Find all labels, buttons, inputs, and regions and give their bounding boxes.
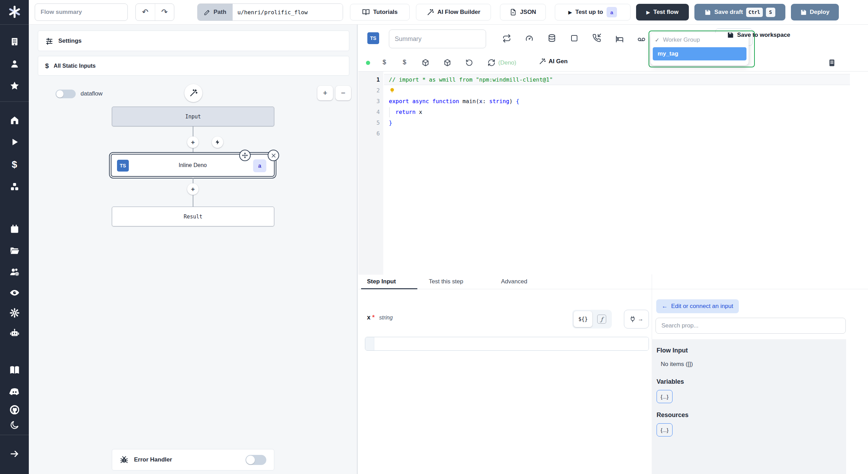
redo-button[interactable]: ↷ (155, 4, 174, 20)
connect-input-button[interactable]: → (624, 310, 649, 329)
insert-step-button[interactable]: + (187, 183, 199, 195)
assets-dollar-icon[interactable]: $ (383, 59, 386, 66)
wand-icon (189, 89, 198, 97)
test-flow-button[interactable]: ▶ Test flow (636, 4, 689, 20)
workspace-building-icon[interactable] (10, 37, 19, 47)
user-icon[interactable] (10, 59, 19, 69)
workers-robot-icon[interactable] (9, 328, 20, 338)
windmill-flow-editor: $ (0, 0, 868, 474)
package-icon[interactable] (422, 59, 429, 67)
retry-repeat-icon[interactable] (502, 34, 511, 43)
fx-icon: ƒ (597, 315, 606, 324)
check-icon: ✓ (655, 37, 659, 43)
dark-mode-moon-icon[interactable] (10, 420, 19, 430)
json-label: JSON (520, 9, 536, 16)
package-icon[interactable] (443, 59, 451, 67)
file-json-icon (510, 9, 517, 16)
field-name: x (367, 314, 370, 321)
resources-object-chip[interactable]: {...} (657, 423, 673, 436)
lightning-icon (215, 139, 220, 145)
flow-summary-input[interactable] (35, 3, 128, 21)
template-mode-button[interactable]: ${} (574, 311, 592, 327)
test-flow-label: Test flow (653, 9, 678, 16)
variables-dollar-icon[interactable]: $ (403, 59, 406, 66)
cache-database-icon[interactable] (548, 34, 556, 42)
edge-line (193, 126, 193, 136)
suspend-phone-incoming-icon[interactable] (592, 34, 601, 42)
path-input[interactable] (233, 4, 343, 20)
mock-square-icon[interactable] (570, 34, 578, 42)
discord-icon[interactable] (9, 386, 20, 397)
deploy-button[interactable]: Deploy (791, 4, 839, 20)
step-summary-input[interactable] (389, 30, 486, 48)
graph-ai-wand-button[interactable] (184, 84, 202, 102)
path-label: Path (214, 9, 226, 16)
sleep-bed-icon[interactable] (615, 34, 624, 43)
schedules-calendar-icon[interactable] (10, 224, 19, 234)
tutorials-label: Tutorials (373, 9, 398, 16)
field-x-input[interactable] (374, 337, 649, 350)
tab-test-this-step[interactable]: Test this step (429, 274, 463, 289)
folders-icon[interactable] (10, 246, 19, 256)
json-button[interactable]: JSON (500, 4, 546, 20)
code-line-5: } (389, 117, 392, 128)
history-rotate-ccw-icon[interactable] (465, 59, 473, 67)
favorites-star-icon[interactable] (9, 81, 20, 91)
code-editor[interactable]: 1 2 3 4 5 6 // import * as wmill from "n… (358, 71, 868, 274)
flow-node-result[interactable]: Result (112, 207, 274, 226)
test-up-to-button[interactable]: ▶ Test up to a (555, 4, 631, 20)
field-drag-handle[interactable] (365, 337, 374, 350)
library-icon[interactable] (828, 59, 836, 67)
sidebar-divider (0, 101, 29, 102)
error-handler-row[interactable]: Error Handler (112, 449, 274, 471)
ai-flow-builder-button[interactable]: AI Flow Builder (416, 4, 491, 20)
language-note: (Deno) (498, 59, 516, 66)
edit-or-connect-button[interactable]: ← Edit or connect an input (656, 299, 739, 313)
trigger-bolt-button[interactable] (212, 136, 223, 148)
early-stop-gauge-icon[interactable] (525, 34, 534, 43)
runs-play-icon[interactable] (10, 138, 19, 147)
zoom-out-button[interactable]: − (335, 86, 351, 100)
worker-tag-option-selected[interactable]: my_tag (653, 47, 746, 60)
groups-users-gear-icon[interactable] (9, 267, 20, 277)
bug-icon (120, 456, 128, 464)
indent-guide (389, 107, 390, 117)
zoom-in-button[interactable]: + (317, 86, 333, 100)
flow-settings-row[interactable]: Settings (38, 31, 349, 51)
undo-button[interactable]: ↶ (136, 4, 155, 20)
variables-dollar-icon[interactable]: $ (12, 159, 17, 170)
expand-sidebar-arrow-icon[interactable] (9, 449, 20, 459)
tab-advanced[interactable]: Advanced (501, 274, 527, 289)
move-step-button[interactable] (239, 150, 251, 161)
windmill-logo-icon[interactable] (8, 5, 22, 19)
path-edit-button[interactable]: Path (198, 4, 233, 20)
home-icon[interactable] (10, 115, 19, 125)
edge-line (193, 195, 193, 207)
tutorials-button[interactable]: Tutorials (350, 4, 410, 20)
search-prop-input[interactable] (656, 318, 846, 334)
reload-language-button[interactable]: (Deno) (487, 59, 516, 67)
settings-gear-icon[interactable] (9, 308, 20, 318)
line-number: 4 (358, 107, 380, 117)
save-to-workspace-button[interactable]: Save to workspace (727, 32, 790, 39)
ai-gen-button[interactable]: AI Gen (539, 58, 568, 65)
dataflow-toggle[interactable] (56, 90, 76, 98)
docs-book-icon[interactable] (9, 365, 20, 376)
variables-object-chip[interactable]: {...} (657, 390, 673, 403)
sliders-icon (45, 37, 53, 45)
github-icon[interactable] (9, 404, 20, 415)
lightbulb-icon[interactable] (389, 87, 395, 94)
resources-title: Resources (657, 411, 688, 419)
flow-node-input[interactable]: Input (112, 107, 274, 126)
error-handler-toggle[interactable] (245, 455, 266, 465)
javascript-mode-button[interactable]: ƒ (593, 311, 610, 327)
worker-tag-voicemail-icon[interactable] (637, 35, 646, 44)
audit-eye-icon[interactable] (9, 288, 20, 298)
insert-step-button[interactable]: + (187, 136, 199, 148)
all-static-inputs-row[interactable]: $ All Static Inputs (38, 56, 349, 76)
all-static-inputs-label: All Static Inputs (54, 63, 96, 69)
resources-boxes-icon[interactable] (10, 182, 19, 192)
save-draft-button[interactable]: Save draft Ctrl S (694, 4, 785, 20)
tab-step-input[interactable]: Step Input (367, 274, 396, 289)
delete-step-button[interactable] (268, 150, 279, 161)
